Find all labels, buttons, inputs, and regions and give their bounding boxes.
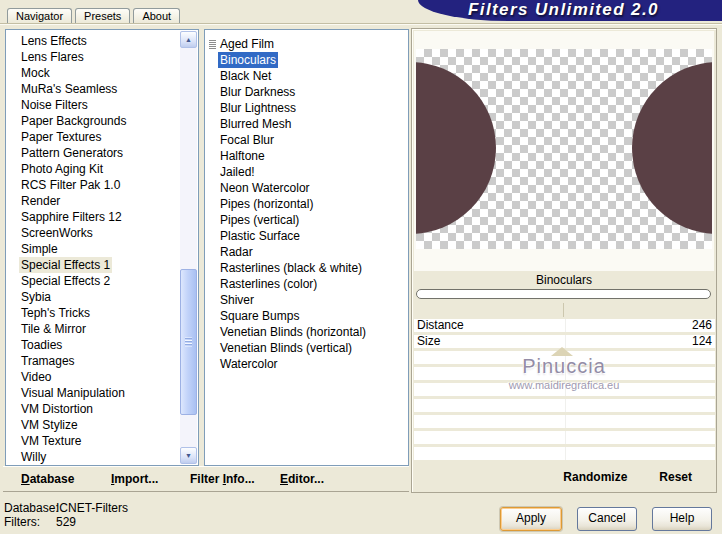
- parameter-slider-row[interactable]: Distance 246: [414, 319, 715, 332]
- category-label: Pattern Generators: [19, 145, 125, 161]
- filter-label: Focal Blur: [218, 132, 276, 148]
- category-list-item[interactable]: Tramages: [6, 353, 180, 369]
- category-list-item[interactable]: Lens Effects: [6, 33, 180, 49]
- filter-label: Pipes (horizontal): [218, 196, 315, 212]
- filter-list-item[interactable]: Pipes (horizontal): [205, 196, 408, 212]
- filter-list-item[interactable]: Rasterlines (color): [205, 276, 408, 292]
- reset-button[interactable]: Reset: [659, 470, 692, 484]
- category-label: Video: [19, 369, 53, 385]
- category-list-item[interactable]: Sapphire Filters 12: [6, 209, 180, 225]
- category-list-item[interactable]: Paper Textures: [6, 129, 180, 145]
- category-list-item[interactable]: Toadies: [6, 337, 180, 353]
- filter-list-item[interactable]: Venetian Blinds (vertical): [205, 340, 408, 356]
- parameter-slider-row[interactable]: [414, 447, 715, 460]
- status-database-label: Database:: [4, 501, 56, 515]
- category-label: Lens Flares: [19, 49, 86, 65]
- database-button[interactable]: Database: [21, 467, 74, 491]
- status-database-value: ICNET-Filters: [56, 501, 128, 515]
- parameter-slider-row[interactable]: [414, 431, 715, 444]
- help-button[interactable]: Help: [652, 507, 712, 531]
- tab-strip-divider: [0, 23, 722, 25]
- filter-label: Venetian Blinds (vertical): [218, 340, 354, 356]
- filter-list-panel: Aged Film Binoculars Black Net Blur Dark…: [204, 29, 409, 466]
- filter-info-button[interactable]: Filter Info...: [190, 467, 255, 491]
- status-filters-row: Filters:529: [4, 515, 128, 529]
- filter-list-item[interactable]: Pipes (vertical): [205, 212, 408, 228]
- category-list-item[interactable]: VM Stylize: [6, 417, 180, 433]
- category-list-item[interactable]: MuRa's Seamless: [6, 81, 180, 97]
- filter-list-item[interactable]: Aged Film: [205, 36, 408, 52]
- filter-list-item[interactable]: Watercolor: [205, 356, 408, 372]
- parameter-slider-row[interactable]: [414, 367, 715, 380]
- category-label: Special Effects 2: [19, 273, 112, 289]
- tab[interactable]: Navigator: [7, 8, 72, 23]
- cancel-button[interactable]: Cancel: [577, 507, 637, 531]
- tab[interactable]: Presets: [75, 8, 130, 23]
- filter-list-item[interactable]: Rasterlines (black & white): [205, 260, 408, 276]
- status-filters-value: 529: [56, 515, 76, 529]
- filter-label: Plastic Surface: [218, 228, 302, 244]
- preview-binocular-right: [632, 62, 712, 234]
- category-list-item[interactable]: Special Effects 1: [6, 257, 180, 273]
- selected-filter-caption: Binoculars: [412, 273, 716, 287]
- filter-list-item[interactable]: Shiver: [205, 292, 408, 308]
- category-label: Tile & Mirror: [19, 321, 88, 337]
- category-list-item[interactable]: Noise Filters: [6, 97, 180, 113]
- tab[interactable]: About: [133, 8, 180, 23]
- category-scrollbar[interactable]: ▲ ▼: [180, 31, 197, 464]
- category-list-item[interactable]: Special Effects 2: [6, 273, 180, 289]
- import-button[interactable]: Import...: [111, 467, 158, 491]
- slider-center-tick: [563, 303, 564, 317]
- parameter-slider-row[interactable]: [414, 399, 715, 412]
- category-label: Simple: [19, 241, 60, 257]
- editor-button[interactable]: Editor...: [280, 467, 324, 491]
- apply-button[interactable]: Apply: [500, 507, 562, 531]
- category-list-item[interactable]: Willy: [6, 449, 180, 465]
- category-label: RCS Filter Pak 1.0: [19, 177, 122, 193]
- preview-panel: Binoculars Distance 246 Size 124: [411, 28, 717, 493]
- category-list-item[interactable]: Mock: [6, 65, 180, 81]
- randomize-button[interactable]: Randomize: [563, 470, 627, 484]
- category-list-item[interactable]: ScreenWorks: [6, 225, 180, 241]
- category-list-item[interactable]: Sybia: [6, 289, 180, 305]
- filter-list-item[interactable]: Blur Lightness: [205, 100, 408, 116]
- slider-thumb-icon[interactable]: [551, 347, 573, 356]
- category-list-item[interactable]: Simple: [6, 241, 180, 257]
- parameter-slider-row[interactable]: [414, 415, 715, 428]
- category-list-item[interactable]: Lens Flares: [6, 49, 180, 65]
- filter-list-item[interactable]: Plastic Surface: [205, 228, 408, 244]
- category-list-item[interactable]: Paper Backgrounds: [6, 113, 180, 129]
- parameter-slider-row[interactable]: [414, 383, 715, 396]
- scroll-up-icon[interactable]: ▲: [180, 31, 197, 48]
- panel-footer: Randomize Reset: [563, 470, 692, 484]
- category-list-item[interactable]: Teph's Tricks: [6, 305, 180, 321]
- category-list-item[interactable]: Tile & Mirror: [6, 321, 180, 337]
- filter-list-item[interactable]: Neon Watercolor: [205, 180, 408, 196]
- scroll-down-icon[interactable]: ▼: [180, 447, 197, 464]
- filter-list-item[interactable]: Radar: [205, 244, 408, 260]
- filter-list-item[interactable]: Jailed!: [205, 164, 408, 180]
- category-list-item[interactable]: Video: [6, 369, 180, 385]
- parameter-sliders: Distance 246 Size 124: [414, 319, 715, 463]
- filter-list-item[interactable]: Black Net: [205, 68, 408, 84]
- filter-list-item[interactable]: Binoculars: [205, 52, 408, 68]
- filter-list-item[interactable]: Venetian Blinds (horizontal): [205, 324, 408, 340]
- category-label: MuRa's Seamless: [19, 81, 119, 97]
- category-list-item[interactable]: RCS Filter Pak 1.0: [6, 177, 180, 193]
- category-list-item[interactable]: Visual Manipulation: [6, 385, 180, 401]
- category-list-item[interactable]: Pattern Generators: [6, 145, 180, 161]
- category-label: Paper Backgrounds: [19, 113, 128, 129]
- filter-label: Black Net: [218, 68, 273, 84]
- category-list-item[interactable]: VM Texture: [6, 433, 180, 449]
- preview-box: [414, 31, 714, 271]
- filter-list-item[interactable]: Focal Blur: [205, 132, 408, 148]
- filter-list-item[interactable]: Blurred Mesh: [205, 116, 408, 132]
- category-list-item[interactable]: Photo Aging Kit: [6, 161, 180, 177]
- category-label: ScreenWorks: [19, 225, 95, 241]
- category-list-item[interactable]: Render: [6, 193, 180, 209]
- filter-list-item[interactable]: Blur Darkness: [205, 84, 408, 100]
- filter-list-item[interactable]: Halftone: [205, 148, 408, 164]
- scrollbar-thumb[interactable]: [180, 269, 197, 415]
- filter-list-item[interactable]: Square Bumps: [205, 308, 408, 324]
- category-list-item[interactable]: VM Distortion: [6, 401, 180, 417]
